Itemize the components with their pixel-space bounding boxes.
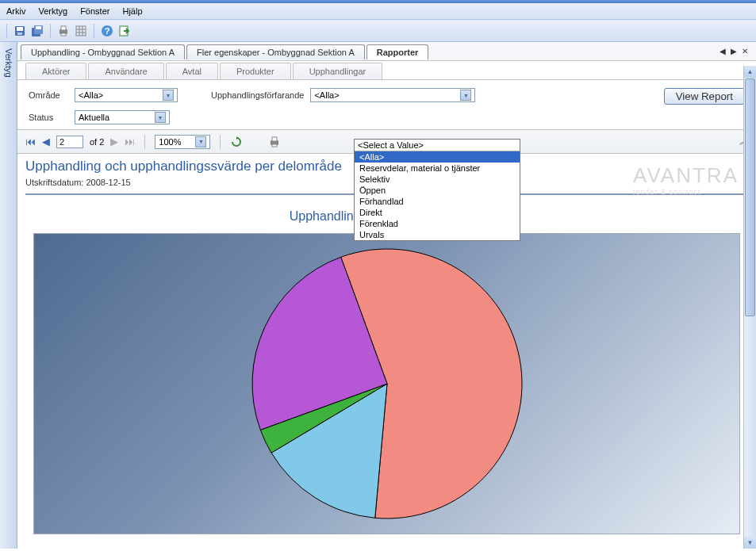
status-value: Aktuella bbox=[79, 113, 109, 122]
menu-bar: Arkiv Verktyg Fönster Hjälp bbox=[0, 3, 756, 20]
chevron-down-icon: ▼ bbox=[163, 90, 174, 101]
upphandling-dropdown-list: <Select a Value> <Alla> Reservdelar, mat… bbox=[354, 139, 520, 241]
svg-rect-19 bbox=[272, 144, 277, 147]
grid-icon[interactable] bbox=[75, 25, 87, 37]
svg-rect-7 bbox=[61, 26, 66, 30]
chevron-down-icon: ▼ bbox=[155, 112, 166, 123]
scrollbar-thumb[interactable] bbox=[745, 78, 755, 316]
filter-panel: Område <Alla> ▼ Status Aktuella ▼ Upphan… bbox=[17, 80, 756, 130]
print-icon[interactable] bbox=[268, 136, 281, 148]
svg-rect-2 bbox=[17, 33, 22, 35]
dropdown-option-selektiv[interactable]: Selektiv bbox=[355, 174, 520, 185]
tabs-scroll-left-icon[interactable]: ◀ bbox=[720, 47, 726, 55]
save-icon[interactable] bbox=[13, 25, 26, 37]
dropdown-option-alla[interactable]: <Alla> bbox=[355, 151, 520, 163]
sidebar-verktyg[interactable]: Verktyg bbox=[0, 42, 17, 549]
help-icon[interactable]: ? bbox=[101, 25, 113, 37]
dropdown-option-urvals[interactable]: Urvals bbox=[355, 229, 520, 240]
menu-hjalp[interactable]: Hjälp bbox=[122, 6, 142, 16]
page-of-label: of 2 bbox=[90, 137, 104, 147]
view-report-button[interactable]: View Report bbox=[664, 88, 745, 105]
subtab-aktorer[interactable]: Aktörer bbox=[25, 63, 86, 79]
main-toolbar: ? bbox=[0, 20, 756, 42]
subtab-anvandare[interactable]: Användare bbox=[88, 63, 163, 79]
dropdown-option-forenklad[interactable]: Förenklad bbox=[355, 218, 520, 229]
zoom-value: 100% bbox=[159, 137, 181, 147]
document-tabs: Upphandling - Ombyggnad Sektion A Fler e… bbox=[17, 42, 756, 61]
tabs-scroll-right-icon[interactable]: ▶ bbox=[731, 47, 737, 55]
chevron-down-icon: ▼ bbox=[460, 90, 471, 101]
upphandling-value: <Alla> bbox=[314, 90, 339, 100]
subtab-avtal[interactable]: Avtal bbox=[166, 63, 218, 79]
report-subtabs: Aktörer Användare Avtal Produkter Upphan… bbox=[17, 61, 756, 80]
upphandling-label: Upphandlingsförfarande bbox=[211, 90, 304, 100]
subtab-upphandlingar[interactable]: Upphandlingar bbox=[293, 63, 383, 79]
subtab-produkter[interactable]: Produkter bbox=[220, 63, 291, 79]
tab-rapporter[interactable]: Rapporter bbox=[366, 44, 429, 59]
dropdown-placeholder: <Select a Value> bbox=[355, 140, 520, 151]
scroll-down-icon[interactable]: ▼ bbox=[744, 537, 756, 549]
prev-page-icon[interactable]: ◀ bbox=[42, 136, 50, 147]
omrade-value: <Alla> bbox=[79, 90, 103, 100]
menu-verktyg[interactable]: Verktyg bbox=[38, 6, 67, 16]
dropdown-option-oppen[interactable]: Öppen bbox=[355, 185, 520, 196]
scroll-up-icon[interactable]: ▲ bbox=[744, 66, 756, 78]
print-icon[interactable] bbox=[57, 25, 70, 37]
page-number-input[interactable] bbox=[56, 136, 83, 148]
refresh-icon[interactable] bbox=[230, 136, 243, 148]
last-page-icon[interactable]: ⏭ bbox=[125, 136, 135, 147]
menu-fonster[interactable]: Fönster bbox=[80, 6, 109, 16]
status-label: Status bbox=[29, 113, 68, 122]
dropdown-option-direkt[interactable]: Direkt bbox=[355, 207, 520, 218]
status-dropdown[interactable]: Aktuella ▼ bbox=[75, 110, 170, 124]
tab-fler-egenskaper[interactable]: Fler egenskaper - Ombyggnad Sektion A bbox=[186, 44, 365, 59]
tabs-close-icon[interactable]: ✕ bbox=[742, 47, 748, 55]
export-icon[interactable] bbox=[118, 25, 131, 37]
svg-text:?: ? bbox=[105, 26, 110, 36]
chevron-down-icon: ▼ bbox=[195, 136, 206, 147]
svg-rect-8 bbox=[61, 33, 66, 36]
sidebar-label: Verktyg bbox=[4, 48, 13, 78]
upphandling-dropdown[interactable]: <Alla> ▼ bbox=[310, 88, 475, 102]
save-all-icon[interactable] bbox=[31, 25, 44, 37]
brand-watermark: AVANTRA tender & contract bbox=[633, 163, 739, 196]
zoom-dropdown[interactable]: 100% ▼ bbox=[155, 135, 210, 149]
omrade-dropdown[interactable]: <Alla> ▼ bbox=[75, 88, 178, 102]
svg-rect-1 bbox=[17, 27, 23, 31]
next-page-icon[interactable]: ▶ bbox=[110, 136, 118, 147]
svg-rect-5 bbox=[36, 26, 41, 29]
vertical-scrollbar[interactable]: ▲ ▼ bbox=[743, 66, 756, 549]
menu-arkiv[interactable]: Arkiv bbox=[6, 6, 25, 16]
pie-chart bbox=[33, 233, 740, 534]
tab-upphandling[interactable]: Upphandling - Ombyggnad Sektion A bbox=[21, 44, 185, 59]
omrade-label: Område bbox=[29, 90, 68, 100]
dropdown-option-reservdelar[interactable]: Reservdelar, material o tjänster bbox=[355, 163, 520, 174]
svg-rect-9 bbox=[76, 26, 86, 36]
svg-rect-18 bbox=[272, 137, 277, 141]
dropdown-option-forhandlad[interactable]: Förhandlad bbox=[355, 196, 520, 207]
first-page-icon[interactable]: ⏮ bbox=[25, 136, 36, 147]
